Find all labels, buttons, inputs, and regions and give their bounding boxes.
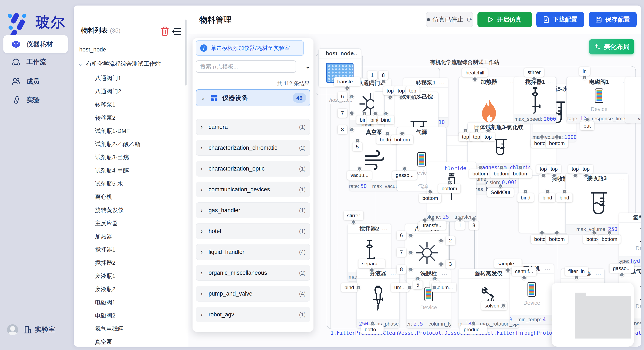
port-8[interactable]: 8 [378, 71, 388, 80]
port-separa...[interactable]: separa... [358, 259, 385, 268]
port-dot-icon[interactable]: › [350, 127, 354, 132]
template-group-camera[interactable]: ›camera(1) [196, 119, 310, 135]
node-menu-icon[interactable]: ... [619, 174, 625, 181]
tree-item[interactable]: 废液瓶2 [95, 284, 116, 295]
port-dot-icon[interactable]: › [410, 95, 415, 100]
port-out[interactable]: out [580, 121, 594, 130]
node-menu-icon[interactable]: ... [352, 49, 358, 56]
port-bottom[interactable]: bottom [391, 135, 413, 144]
port-dot-icon[interactable]: ‹ [439, 238, 444, 243]
tree-item[interactable]: 电磁阀1 [95, 297, 116, 308]
tree-item[interactable]: 转移泵2 [95, 113, 116, 123]
port-dot-icon[interactable]: › [373, 111, 378, 116]
beautify-layout-button[interactable]: 美化布局 [589, 39, 634, 54]
port-dot-icon[interactable]: › [562, 189, 567, 194]
port-dot-icon[interactable]: › [408, 250, 413, 255]
port-dot-icon[interactable]: › [545, 189, 550, 194]
port-bind[interactable]: bind [341, 283, 357, 292]
port-bottom[interactable]: bottom [546, 235, 568, 244]
template-group-gas_handler[interactable]: ›gas_handler(1) [196, 202, 310, 218]
port-dot-icon[interactable]: ‹ [432, 285, 437, 290]
category-equipment[interactable]: ⌄ 仪器设备 49 [196, 89, 310, 106]
port-8[interactable]: 8 [338, 125, 347, 134]
port-transfe...[interactable]: transfe... [419, 221, 446, 230]
port-8[interactable]: 8 [396, 265, 406, 274]
port-6[interactable]: 6 [338, 92, 347, 101]
port-dot-icon[interactable]: › [471, 321, 476, 326]
template-group-liquid_handler[interactable]: ›liquid_handler(4) [196, 244, 310, 260]
port-5[interactable]: 5 [352, 142, 362, 151]
port-gasso...[interactable]: gasso... [610, 264, 634, 273]
port-7[interactable]: 7 [338, 109, 347, 118]
trash-icon[interactable] [160, 26, 169, 36]
port-dot-icon[interactable]: ‹ [439, 262, 444, 266]
port-filter_in[interactable]: filter_in [565, 267, 588, 276]
port-dot-icon[interactable]: › [585, 117, 590, 122]
tree-item[interactable]: 八通阀门1 [95, 73, 121, 84]
port-dot-icon[interactable]: › [472, 217, 476, 221]
port-dot-icon[interactable]: › [422, 218, 427, 222]
port-bind[interactable]: bind [556, 193, 572, 202]
tree-item[interactable]: 离心机 [95, 191, 112, 202]
port-dot-icon[interactable]: › [620, 272, 624, 277]
tree-item[interactable]: host_node [79, 44, 106, 55]
port-vacuu...[interactable]: vacuu... [347, 171, 372, 180]
port-dot-icon[interactable]: › [370, 268, 374, 272]
port-top[interactable]: top [579, 165, 593, 174]
tree-item[interactable]: 试剂瓶1-DMF [95, 126, 130, 136]
port-dot-icon[interactable]: › [416, 276, 420, 281]
port-dot-icon[interactable]: › [499, 165, 504, 170]
tree-item[interactable]: 加热器 [95, 231, 112, 242]
port-dot-icon[interactable]: › [407, 285, 412, 290]
port-dot-icon[interactable]: › [384, 111, 388, 116]
sidebar-item-4[interactable]: 实验 [4, 92, 68, 108]
node-搅拌器1[interactable]: 搅拌器1...max_speed: 2000 [514, 77, 556, 124]
search-input[interactable]: 搜索节点模板... [196, 60, 296, 73]
port-dot-icon[interactable]: › [474, 128, 479, 133]
node-menu-icon[interactable]: ... [545, 265, 551, 271]
port-top[interactable]: top [481, 133, 495, 141]
port-dot-icon[interactable]: › [458, 217, 462, 221]
template-group-characterization_chromatic[interactable]: ›characterization_chromatic(2) [196, 140, 310, 156]
tree-scrollbar[interactable] [185, 19, 186, 85]
node-洗脱柱[interactable]: 洗脱柱...Devicediameter: 2.5column_type: si [406, 269, 451, 329]
port-5[interactable]: 5 [413, 280, 422, 289]
port-dot-icon[interactable]: › [607, 230, 612, 235]
port-dot-icon[interactable]: › [554, 230, 559, 235]
node-menu-icon[interactable]: ... [390, 128, 396, 135]
template-group-characterization_optic[interactable]: ›characterization_optic(1) [196, 161, 310, 176]
port-um...[interactable]: um... [391, 283, 409, 292]
port-transfe...[interactable]: transfe... [334, 77, 360, 86]
collapse-list-icon[interactable] [172, 27, 182, 36]
port-dot-icon[interactable]: › [402, 167, 407, 171]
port-bind[interactable]: bind [517, 193, 534, 202]
port-top[interactable]: top [406, 86, 420, 95]
port-dot-icon[interactable]: › [399, 95, 404, 100]
port-bottom[interactable]: bottom [546, 139, 568, 148]
avatar[interactable] [7, 324, 18, 335]
port-dot-icon[interactable]: › [385, 131, 390, 136]
tree-item[interactable]: 旋转蒸发仪 [95, 205, 124, 215]
chevron-down-icon[interactable]: ⌄ [305, 62, 311, 70]
node-menu-icon[interactable]: ... [442, 270, 448, 276]
node-menu-icon[interactable]: ... [438, 128, 444, 135]
port-top[interactable]: top [547, 165, 561, 174]
node-menu-icon[interactable]: ... [439, 79, 445, 85]
port-centrif...[interactable]: centrif... [512, 267, 536, 276]
port-dot-icon[interactable]: › [541, 173, 546, 178]
port-bind[interactable]: bind [539, 193, 556, 202]
node-card[interactable]: voltage: 12 [625, 77, 641, 123]
port-dot-icon[interactable]: › [501, 303, 506, 308]
sidebar-item-1[interactable]: 仪器耗材 [4, 35, 68, 53]
port-bottom[interactable]: bottom [469, 169, 491, 178]
port-in[interactable]: in [579, 67, 590, 76]
port-7[interactable]: 7 [396, 248, 406, 257]
tree-item[interactable]: 试剂瓶2-乙酸乙酯 [95, 139, 140, 150]
port-dot-icon[interactable]: › [472, 77, 477, 81]
tree-item[interactable]: 电磁阀2 [95, 310, 116, 321]
port-dot-icon[interactable]: › [356, 285, 361, 290]
template-group-robot_agv[interactable]: ›robot_agv(1) [196, 307, 310, 322]
template-group-organic_miscellaneous[interactable]: ›organic_miscellaneous(2) [196, 265, 310, 281]
port-dot-icon[interactable]: › [430, 217, 435, 221]
tree-item[interactable]: 废液瓶1 [95, 271, 116, 281]
